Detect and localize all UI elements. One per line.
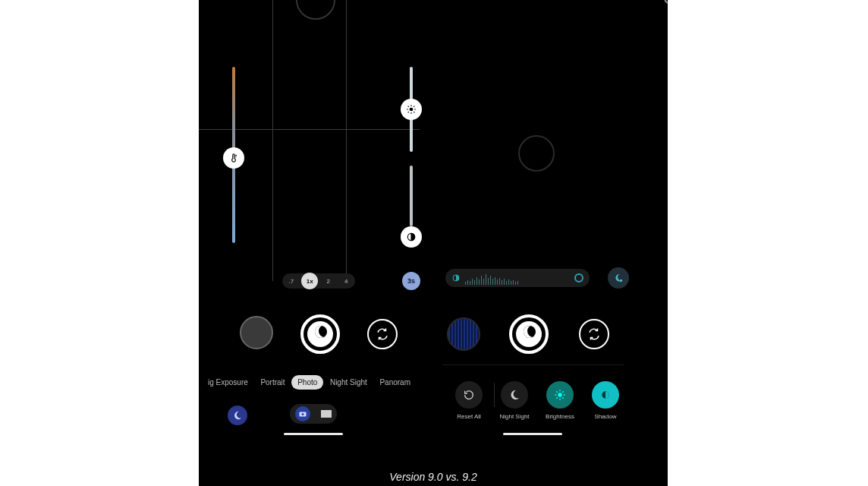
night-sight-chip[interactable] xyxy=(608,267,629,289)
shutter-button[interactable] xyxy=(509,314,549,354)
gallery-thumbnail[interactable] xyxy=(240,316,273,349)
zoom-level[interactable]: .7 xyxy=(284,273,299,289)
zoom-level[interactable]: 4 xyxy=(338,273,354,289)
shutter-row xyxy=(420,314,640,354)
svg-line-10 xyxy=(414,106,414,107)
tool-label: Reset All xyxy=(457,413,481,420)
zoom-level-active[interactable]: 1x xyxy=(301,273,318,289)
svg-line-9 xyxy=(408,112,409,112)
svg-line-7 xyxy=(408,106,409,107)
timer-chip[interactable]: 3s xyxy=(402,272,420,290)
svg-point-13 xyxy=(302,413,304,415)
reset-icon xyxy=(463,389,475,401)
shutter-row xyxy=(199,314,420,354)
shadow-handle[interactable] xyxy=(401,226,422,248)
tool-reset[interactable]: Reset All xyxy=(450,381,488,420)
shutter-button[interactable] xyxy=(300,314,340,354)
tool-label: Shadow xyxy=(595,413,617,420)
tool-night-sight[interactable]: Night Sight xyxy=(495,381,533,420)
slider-thumb[interactable] xyxy=(574,273,583,282)
tool-shadow[interactable]: Shadow xyxy=(587,381,624,420)
moon-icon xyxy=(508,389,520,401)
shadow-slider[interactable] xyxy=(410,166,413,226)
focus-ring xyxy=(296,0,335,30)
flip-camera-button[interactable] xyxy=(579,319,609,349)
brightness-handle[interactable] xyxy=(401,99,422,120)
grid-line xyxy=(346,0,347,281)
video-toggle[interactable] xyxy=(321,410,332,418)
half-circle-icon xyxy=(451,273,461,282)
svg-point-16 xyxy=(558,393,561,396)
tool-label: Night Sight xyxy=(499,413,529,420)
mode-photo[interactable]: Photo xyxy=(291,375,323,390)
slider-ticks[interactable] xyxy=(465,271,570,285)
mode-night-sight[interactable]: Night Sight xyxy=(324,375,373,390)
svg-line-22 xyxy=(562,397,563,398)
screen-v90: .7 1x 2 4 3s ig Exposure xyxy=(199,0,420,434)
tool-brightness[interactable]: Brightness xyxy=(541,381,579,420)
svg-line-24 xyxy=(562,391,563,392)
shutter-inner xyxy=(516,321,542,347)
comparison-frame: .7 1x 2 4 3s ig Exposure xyxy=(199,0,668,486)
mode-portrait[interactable]: Portrait xyxy=(254,375,291,390)
tool-label: Brightness xyxy=(546,413,574,420)
grid-line xyxy=(272,0,273,281)
svg-line-23 xyxy=(556,397,557,398)
half-circle-icon xyxy=(406,232,417,242)
moon-icon xyxy=(524,326,536,338)
moon-status-icon xyxy=(662,0,668,7)
flip-icon xyxy=(587,327,601,341)
mode-long-exposure[interactable]: ig Exposure xyxy=(202,375,254,390)
svg-line-8 xyxy=(414,112,414,112)
sun-icon xyxy=(554,389,566,401)
focus-ring xyxy=(518,135,555,172)
zoom-strip[interactable]: .7 1x 2 4 xyxy=(282,273,355,289)
flip-icon xyxy=(376,327,389,341)
camera-icon xyxy=(298,409,307,418)
modes-row[interactable]: ig Exposure Portrait Photo Night Sight P… xyxy=(199,374,420,390)
white-balance-handle[interactable] xyxy=(223,147,244,169)
gallery-thumbnail[interactable] xyxy=(447,317,480,351)
mode-panorama[interactable]: Panoram xyxy=(373,375,417,390)
sun-icon xyxy=(406,104,417,115)
shutter-inner xyxy=(307,321,333,347)
home-indicator[interactable] xyxy=(503,433,562,435)
divider xyxy=(442,364,624,365)
half-circle-icon xyxy=(599,389,612,401)
photo-video-toggle[interactable] xyxy=(290,404,337,424)
night-sight-toggle[interactable] xyxy=(228,406,247,425)
moon-icon xyxy=(315,326,327,338)
tools-row: Reset All Night Sight Brightness xyxy=(450,381,624,420)
thermometer-icon xyxy=(228,153,239,163)
svg-point-15 xyxy=(620,279,623,282)
photo-toggle[interactable] xyxy=(295,406,310,421)
moon-stars-icon xyxy=(232,410,243,421)
screen-v92: Reset All Night Sight Brightness xyxy=(420,0,640,434)
adjustment-bar[interactable] xyxy=(445,269,590,287)
zoom-level[interactable]: 2 xyxy=(321,273,336,289)
svg-line-21 xyxy=(556,391,557,392)
svg-point-2 xyxy=(410,108,414,112)
home-indicator[interactable] xyxy=(284,433,343,435)
caption-text: Version 9.0 vs. 9.2 xyxy=(199,471,668,483)
flip-camera-button[interactable] xyxy=(367,319,398,349)
moon-refresh-icon xyxy=(613,273,624,283)
